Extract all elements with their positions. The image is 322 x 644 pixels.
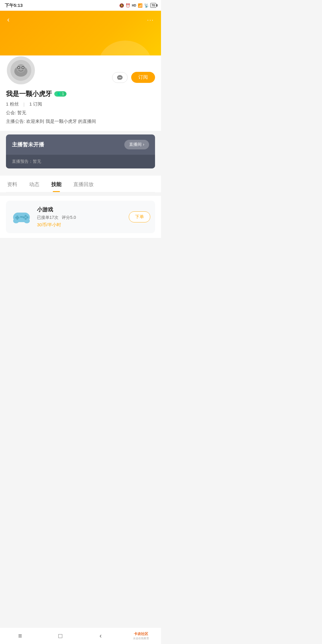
- level-badge: 1: [54, 91, 66, 97]
- tab-replay[interactable]: 直播回放: [72, 176, 95, 192]
- mute-icon: 🔕: [119, 3, 124, 8]
- live-card: 主播暂未开播 直播间 › 直播预告：暂无: [6, 134, 155, 168]
- profile-actions: 订阅: [112, 72, 155, 83]
- skill-info: 小游戏 已接单17次 评分5.0 30币/半小时: [37, 206, 124, 228]
- subscribe-button[interactable]: 订阅: [131, 72, 155, 83]
- skill-price: 30币/半小时: [37, 222, 124, 228]
- alarm-icon: ⏰: [126, 3, 130, 8]
- svg-point-8: [120, 77, 120, 78]
- skill-stats: 已接单17次 评分5.0: [37, 215, 124, 220]
- skill-icon: [11, 206, 32, 227]
- username: 我是一颗小虎牙: [6, 89, 52, 98]
- live-status-row: 主播暂未开播 直播间 ›: [6, 134, 155, 155]
- svg-rect-22: [20, 216, 23, 218]
- avatar-row: 订阅: [6, 55, 155, 85]
- back-button[interactable]: ‹: [5, 14, 12, 25]
- svg-point-9: [120, 77, 121, 78]
- tabs-row: 资料 动态 技能 直播回放: [6, 176, 155, 192]
- svg-point-19: [27, 216, 29, 219]
- message-button[interactable]: [112, 72, 128, 83]
- tab-activity[interactable]: 动态: [28, 176, 41, 192]
- stats-divider: |: [24, 102, 25, 107]
- status-icons: 🔕 ⏰ HD 📶 📡 70: [119, 3, 156, 8]
- hd-icon: HD: [132, 4, 136, 7]
- stats-row: 1 粉丝 | 1 订阅: [6, 101, 155, 107]
- wifi-icon: 📡: [144, 3, 149, 8]
- username-row: 我是一颗小虎牙 1: [6, 89, 155, 98]
- svg-point-20: [23, 216, 25, 219]
- order-button[interactable]: 下单: [129, 211, 150, 222]
- signal-icon: 📶: [138, 3, 143, 8]
- svg-point-14: [13, 219, 19, 223]
- status-time: 下午5:13: [5, 3, 23, 8]
- tab-skills[interactable]: 技能: [50, 176, 63, 192]
- battery-indicator: 70: [150, 3, 156, 8]
- svg-point-6: [22, 67, 24, 68]
- avatar: [6, 55, 36, 85]
- subscriptions-count: 1 订阅: [29, 101, 42, 107]
- live-status-text: 主播暂未开播: [12, 141, 44, 148]
- svg-rect-17: [15, 217, 19, 219]
- badge-level: 1: [62, 92, 64, 96]
- skill-name: 小游戏: [37, 206, 124, 213]
- live-room-button[interactable]: 直播间 ›: [124, 140, 149, 149]
- svg-point-21: [25, 218, 27, 220]
- skill-card: 小游戏 已接单17次 评分5.0 30币/半小时 下单: [6, 201, 155, 233]
- fans-count: 1 粉丝: [6, 101, 19, 107]
- svg-point-7: [118, 77, 119, 78]
- svg-point-18: [25, 215, 27, 217]
- header-nav: ‹ ···: [0, 11, 161, 29]
- profile-section: 订阅 我是一颗小虎牙 1 1 粉丝 | 1 订阅 公会: 暂无 主播公告: 欢迎…: [0, 55, 161, 131]
- gem-icon: [57, 92, 61, 96]
- svg-point-5: [18, 67, 19, 68]
- guild-row: 公会: 暂无: [6, 110, 155, 116]
- more-button[interactable]: ···: [145, 15, 156, 24]
- skills-section: 小游戏 已接单17次 评分5.0 30币/半小时 下单: [0, 196, 161, 238]
- live-preview-row: 直播预告：暂无: [6, 155, 155, 168]
- status-bar: 下午5:13 🔕 ⏰ HD 📶 📡 70: [0, 0, 161, 11]
- tabs-section: 资料 动态 技能 直播回放: [0, 176, 161, 192]
- section-spacer: [0, 172, 161, 176]
- tab-profile[interactable]: 资料: [6, 176, 18, 192]
- announcement-row: 主播公告: 欢迎来到 我是一颗小虎牙 的直播间: [6, 118, 155, 125]
